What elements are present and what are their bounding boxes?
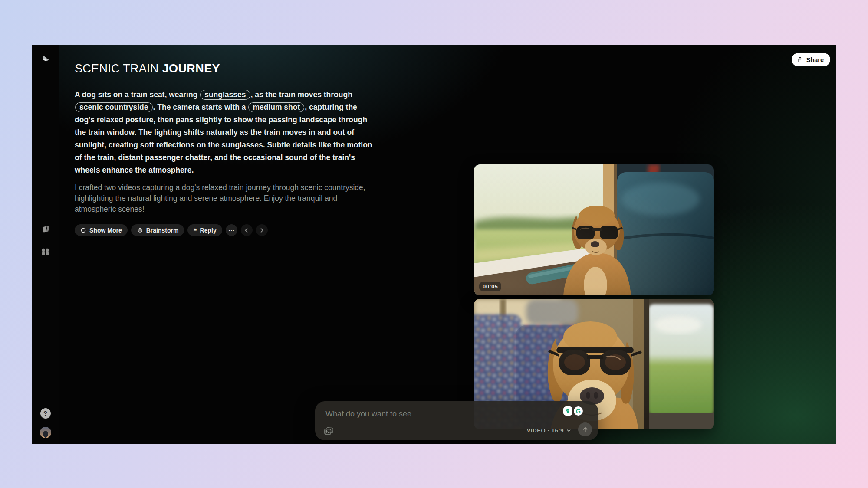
boards-icon xyxy=(41,225,50,236)
prompt-part: . The camera starts with a xyxy=(153,103,248,111)
quote-icon: ❝ xyxy=(193,228,197,234)
action-buttons-row: Show More Brainstorm ❝ Rep xyxy=(75,224,377,236)
conversation-column: A dog sits on a train seat, wearing sung… xyxy=(75,88,377,236)
video-aspect-label: VIDEO · 16:9 xyxy=(527,427,564,434)
ellipsis-icon: … xyxy=(228,226,235,232)
refresh-icon xyxy=(80,227,86,233)
generated-videos-column: 00:05 xyxy=(474,164,714,429)
video-aspect-dropdown[interactable]: VIDEO · 16:9 xyxy=(524,427,574,434)
sidebar-nav-group xyxy=(32,223,59,259)
video-duration-badge: 00:05 xyxy=(479,282,501,291)
chevron-down-icon xyxy=(566,428,571,433)
reply-label: Reply xyxy=(200,227,217,234)
prompt-part: A dog sits on a train seat, wearing xyxy=(75,90,200,99)
sidebar-item-boards[interactable] xyxy=(39,223,53,237)
previous-button[interactable] xyxy=(241,224,253,236)
submit-button[interactable] xyxy=(578,422,592,436)
share-button-label: Share xyxy=(806,56,824,63)
page-title: SCENIC TRAINJOURNEY xyxy=(75,62,220,75)
assistant-response-text: I crafted two videos capturing a dog's r… xyxy=(75,182,377,215)
prompt-chip-medium-shot[interactable]: medium shot xyxy=(248,102,304,112)
show-more-button[interactable]: Show More xyxy=(75,224,128,236)
photos-icon xyxy=(324,427,334,436)
grammarly-g-icon[interactable]: G xyxy=(574,406,583,416)
page-title-regular: SCENIC TRAIN xyxy=(75,62,159,75)
app-logo-button[interactable] xyxy=(39,53,53,67)
page-title-bold: JOURNEY xyxy=(162,62,220,75)
brainstorm-button[interactable]: Brainstorm xyxy=(131,224,184,236)
sidebar-item-library[interactable] xyxy=(39,246,53,259)
share-icon xyxy=(797,56,803,63)
arrow-up-icon xyxy=(582,426,589,433)
question-icon: ? xyxy=(40,408,51,419)
help-button[interactable]: ? xyxy=(39,406,53,420)
brainstorm-label: Brainstorm xyxy=(146,227,179,234)
brainstorm-icon xyxy=(137,227,143,233)
prompt-chip-sunglasses[interactable]: sunglasses xyxy=(200,90,250,100)
account-button[interactable] xyxy=(39,426,53,439)
page-background: ? SCENIC TRAINJOURNEY Share A dog sits o… xyxy=(0,0,868,488)
attach-media-button[interactable] xyxy=(324,427,334,436)
chevron-left-icon xyxy=(244,228,249,233)
chevron-right-icon xyxy=(259,228,264,233)
grammarly-extension-badges[interactable]: G xyxy=(563,406,583,416)
prompt-part: , capturing the dog's relaxed posture, t… xyxy=(75,103,372,174)
prompt-part: , as the train moves through xyxy=(251,90,352,99)
sidebar: ? xyxy=(32,45,59,444)
sidebar-bottom-group: ? xyxy=(32,406,59,439)
reply-button[interactable]: ❝ Reply xyxy=(187,224,222,236)
app-window: ? SCENIC TRAINJOURNEY Share A dog sits o… xyxy=(32,45,836,444)
prompt-composer: G VIDEO · 16:9 xyxy=(315,401,598,440)
prompt-text: A dog sits on a train seat, wearing sung… xyxy=(75,88,377,177)
luma-logo-icon xyxy=(40,54,51,67)
avatar xyxy=(40,427,51,438)
next-button[interactable] xyxy=(256,224,268,236)
share-button[interactable]: Share xyxy=(792,53,830,66)
video-thumbnail-1[interactable]: 00:05 xyxy=(474,164,714,295)
prompt-input[interactable] xyxy=(325,408,509,420)
prompt-chip-scenic-countryside[interactable]: scenic countryside xyxy=(75,102,153,112)
grid-icon xyxy=(41,248,49,257)
grammarly-lightbulb-icon[interactable] xyxy=(563,406,572,416)
video-1-scene xyxy=(474,164,714,295)
more-options-button[interactable]: … xyxy=(226,224,237,236)
show-more-label: Show More xyxy=(89,227,122,234)
